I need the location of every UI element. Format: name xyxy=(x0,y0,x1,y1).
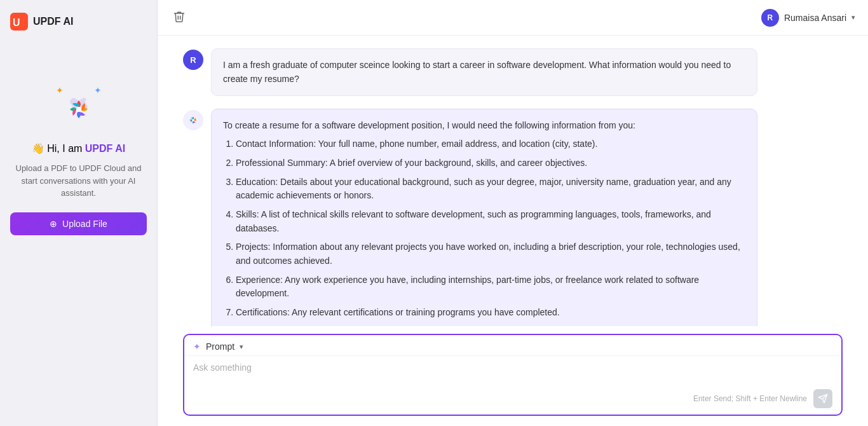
user-menu[interactable]: R Rumaisa Ansari ▾ xyxy=(761,9,855,27)
list-item: Projects: Information about any relevant… xyxy=(236,240,745,268)
updf-logo-icon: U xyxy=(10,13,28,31)
user-message-bubble: I am a fresh graduate of computer sceinc… xyxy=(211,48,757,96)
send-button[interactable] xyxy=(813,389,832,408)
updf-ai-small-icon xyxy=(186,113,200,127)
chat-messages: R I am a fresh graduate of computer scei… xyxy=(158,36,868,326)
sidebar-logo: U UPDF AI xyxy=(10,13,73,31)
message-row: R I am a fresh graduate of computer scei… xyxy=(183,48,843,96)
user-message-avatar: R xyxy=(183,50,203,70)
upload-icon: ⊕ xyxy=(50,219,57,229)
ai-welcome-area: ✦ ✦ xyxy=(10,84,147,235)
input-box: ✦ Prompt ▾ Enter Send; Shift + Enter New… xyxy=(183,334,843,416)
user-avatar: R xyxy=(761,9,779,27)
ai-message-row: To create a resume for a software develo… xyxy=(183,109,843,326)
list-item: Contact Information: Your full name, pho… xyxy=(236,137,745,151)
svg-point-2 xyxy=(76,107,81,112)
ai-message-avatar xyxy=(183,110,203,130)
sidebar-description: Upload a PDF to UPDF Cloud and start con… xyxy=(10,162,147,200)
sparkle-right-icon: ✦ xyxy=(94,85,102,95)
ai-message-list: Contact Information: Your full name, pho… xyxy=(223,137,745,326)
trash-icon xyxy=(173,10,186,23)
clear-chat-button[interactable] xyxy=(170,8,188,27)
ai-message-bubble: To create a resume for a software develo… xyxy=(211,109,757,326)
input-hint: Enter Send; Shift + Enter Newline xyxy=(693,394,807,403)
svg-text:U: U xyxy=(13,17,20,28)
send-icon xyxy=(818,394,828,404)
greeting-text: 👋 Hi, I am UPDF AI xyxy=(32,142,125,155)
sparkle-input-icon: ✦ xyxy=(193,341,201,352)
user-name: Rumaisa Ansari xyxy=(784,13,846,23)
chat-input[interactable] xyxy=(184,356,841,384)
input-area: ✦ Prompt ▾ Enter Send; Shift + Enter New… xyxy=(158,326,868,426)
upload-label: Upload File xyxy=(62,219,107,229)
chat-header: R Rumaisa Ansari ▾ xyxy=(158,0,868,36)
sidebar: U UPDF AI ✦ ✦ xyxy=(0,0,158,426)
prompt-chevron-icon[interactable]: ▾ xyxy=(240,343,243,351)
svg-point-3 xyxy=(193,119,194,121)
list-item: Certifications: Any relevant certificati… xyxy=(236,306,745,320)
user-message-text: I am a fresh graduate of computer sceinc… xyxy=(223,60,731,84)
upload-file-button[interactable]: ⊕ Upload File xyxy=(10,212,147,235)
list-item: Professional Summary: A brief overview o… xyxy=(236,156,745,170)
chat-area: R Rumaisa Ansari ▾ R I am a fresh gradua… xyxy=(158,0,868,426)
list-item: Experience: Any work experience you have… xyxy=(236,273,745,301)
sparkle-left-icon: ✦ xyxy=(56,85,64,95)
chevron-down-icon: ▾ xyxy=(851,13,855,22)
ai-icon-container: ✦ ✦ xyxy=(53,84,104,135)
prompt-label: Prompt xyxy=(206,341,234,352)
list-item: Education: Details about your educationa… xyxy=(236,175,745,203)
app-title: UPDF AI xyxy=(33,16,73,27)
ai-message-intro: To create a resume for a software develo… xyxy=(223,118,745,132)
updf-ai-logo xyxy=(64,94,94,125)
list-item: Skills: A list of technical skills relev… xyxy=(236,208,745,235)
input-toolbar: ✦ Prompt ▾ xyxy=(184,335,841,356)
input-footer: Enter Send; Shift + Enter Newline xyxy=(184,387,841,415)
